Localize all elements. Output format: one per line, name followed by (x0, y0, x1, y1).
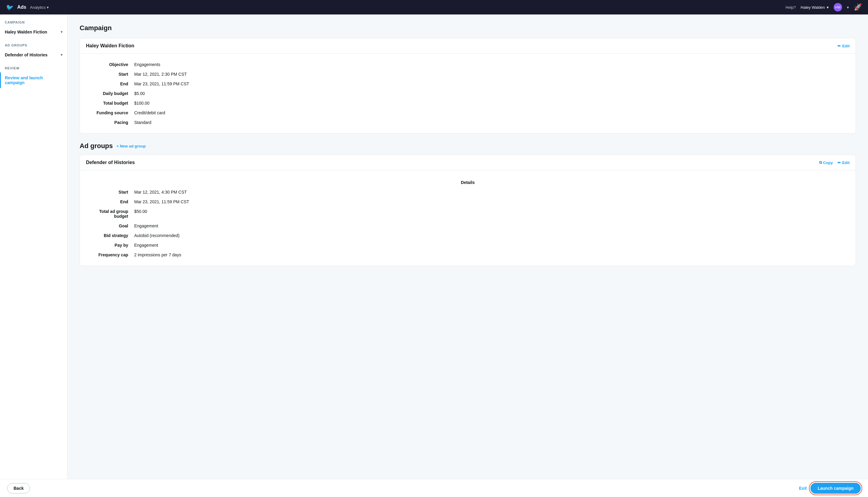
detail-label: Pay by (86, 243, 134, 247)
adgroup-copy-button[interactable]: ⧉ Copy (819, 160, 833, 165)
review-item-label: Review and launch campaign (5, 75, 62, 85)
top-navigation: 🐦 Ads Analytics ▾ Help? Haley Walden ▾ H… (0, 0, 868, 14)
copy-icon: ⧉ (819, 160, 822, 165)
adgroup-name: Defender of Histories (5, 53, 48, 57)
campaign-card-body: Objective Engagements Start Mar 12, 2021… (80, 54, 856, 133)
edit-icon: ✏ (838, 44, 841, 48)
detail-label: Start (86, 190, 134, 195)
detail-value: Engagements (134, 62, 160, 67)
adgroup-detail-row: Frequency cap 2 impressions per 7 days (86, 250, 850, 260)
detail-label: Daily budget (86, 91, 134, 96)
main-content: Campaign Haley Walden Fiction ✏ Edit Obj… (68, 14, 868, 497)
adgroup-edit-button[interactable]: ✏ Edit (838, 160, 850, 165)
launch-campaign-button[interactable]: Launch campaign (810, 483, 861, 494)
detail-value: Engagement (134, 243, 158, 247)
detail-label: Total ad group budget (86, 209, 134, 219)
detail-label: Pacing (86, 120, 134, 125)
adgroup-detail-row: Bid strategy Autobid (recommended) (86, 231, 850, 240)
nav-right: Help? Haley Walden ▾ HW ▾ 🚀 (786, 3, 862, 12)
campaign-detail-row: Pacing Standard (86, 118, 850, 127)
back-button[interactable]: Back (7, 483, 30, 493)
detail-label: Funding source (86, 110, 134, 115)
detail-value: 2 impressions per 7 days (134, 252, 181, 257)
adgroup-edit-icon: ✏ (838, 160, 841, 165)
adgroup-edit-label: Edit (842, 160, 850, 165)
detail-label: End (86, 82, 134, 86)
adgroup-copy-label: Copy (823, 160, 833, 165)
sidebar-item-review[interactable]: Review and launch campaign (0, 72, 67, 88)
campaign-card-actions: ✏ Edit (838, 44, 850, 48)
adgroup-card-header: Defender of Histories ⧉ Copy ✏ Edit (80, 155, 856, 170)
campaign-detail-row: Start Mar 12, 2021, 2:30 PM CST (86, 69, 850, 79)
detail-value: Mar 23, 2021, 11:59 PM CST (134, 82, 189, 86)
campaign-card: Haley Walden Fiction ✏ Edit Objective En… (80, 38, 856, 133)
campaign-edit-button[interactable]: ✏ Edit (838, 44, 850, 48)
adgroup-details-header: Details (86, 176, 850, 187)
adgroup-chevron-icon: ▾ (61, 53, 62, 57)
new-adgroup-button[interactable]: + New ad group (116, 144, 146, 148)
analytics-chevron-icon: ▾ (47, 5, 49, 10)
detail-label: Total budget (86, 101, 134, 105)
bottom-right-actions: Exit Launch campaign (799, 483, 861, 494)
detail-value: $100.00 (134, 101, 150, 105)
help-link[interactable]: Help? (786, 5, 796, 10)
nav-left: 🐦 Ads Analytics ▾ (6, 4, 49, 11)
user-name: Haley Walden (801, 5, 825, 10)
campaign-detail-row: Daily budget $5.00 (86, 89, 850, 98)
campaign-section-label: CAMPAIGN (0, 14, 67, 27)
twitter-logo-icon: 🐦 (6, 4, 14, 11)
campaign-detail-row: Total budget $100.00 (86, 98, 850, 108)
sidebar-item-adgroup[interactable]: Defender of Histories ▾ (0, 49, 67, 60)
adgroup-card-body: Details Start Mar 12, 2021, 4:30 PM CST … (80, 170, 856, 266)
adgroups-section-title: Ad groups (80, 142, 113, 150)
adgroups-section-header: Ad groups + New ad group (80, 142, 856, 150)
detail-label: Objective (86, 62, 134, 67)
detail-value: Standard (134, 120, 152, 125)
detail-value: $50.00 (134, 209, 147, 219)
campaign-card-header: Haley Walden Fiction ✏ Edit (80, 38, 856, 54)
detail-label: Bid strategy (86, 233, 134, 238)
sidebar-item-campaign[interactable]: Haley Walden Fiction ▾ (0, 27, 67, 38)
user-chevron-icon: ▾ (827, 5, 829, 10)
avatar-image: HW (835, 5, 841, 9)
user-menu[interactable]: Haley Walden ▾ (801, 5, 829, 10)
adgroup-card-title: Defender of Histories (86, 160, 135, 165)
detail-label: End (86, 199, 134, 204)
adgroups-section-label: AD GROUPS (0, 38, 67, 49)
review-section-label: REVIEW (0, 60, 67, 72)
detail-value: Engagement (134, 224, 158, 228)
campaign-detail-row: End Mar 23, 2021, 11:59 PM CST (86, 79, 850, 89)
campaign-section-title: Campaign (80, 24, 856, 32)
exit-button[interactable]: Exit (799, 486, 807, 491)
adgroup-detail-row: Goal Engagement (86, 221, 850, 231)
adgroup-detail-row: Start Mar 12, 2021, 4:30 PM CST (86, 187, 850, 197)
adgroup-details-list: Start Mar 12, 2021, 4:30 PM CST End Mar … (86, 187, 850, 260)
detail-label: Frequency cap (86, 252, 134, 257)
campaign-name: Haley Walden Fiction (5, 30, 47, 34)
detail-value: Mar 12, 2021, 4:30 PM CST (134, 190, 187, 195)
adgroup-card-actions: ⧉ Copy ✏ Edit (819, 160, 850, 165)
avatar[interactable]: HW (834, 3, 842, 12)
page-layout: CAMPAIGN Haley Walden Fiction ▾ AD GROUP… (0, 14, 868, 497)
campaign-detail-row: Objective Engagements (86, 60, 850, 69)
twitter-ads-icon: 🚀 (854, 3, 862, 11)
campaign-detail-row: Funding source Credit/debit card (86, 108, 850, 118)
bottom-bar: Back Exit Launch campaign (0, 479, 868, 497)
adgroup-detail-row: End Mar 23, 2021, 11:59 PM CST (86, 197, 850, 207)
detail-label: Start (86, 72, 134, 76)
analytics-label: Analytics (30, 5, 45, 10)
campaign-card-title: Haley Walden Fiction (86, 43, 134, 48)
adgroup-detail-row: Total ad group budget $50.00 (86, 207, 850, 221)
detail-value: Mar 12, 2021, 2:30 PM CST (134, 72, 187, 76)
analytics-dropdown[interactable]: Analytics ▾ (30, 5, 49, 10)
detail-value: Credit/debit card (134, 110, 165, 115)
detail-value: Mar 23, 2021, 11:59 PM CST (134, 199, 189, 204)
sidebar: CAMPAIGN Haley Walden Fiction ▾ AD GROUP… (0, 14, 68, 497)
detail-label: Goal (86, 224, 134, 228)
campaign-edit-label: Edit (842, 44, 850, 48)
adgroup-detail-row: Pay by Engagement (86, 240, 850, 250)
detail-value: Autobid (recommended) (134, 233, 180, 238)
user-chevron-icon-2: ▾ (847, 5, 849, 10)
campaign-details-list: Objective Engagements Start Mar 12, 2021… (86, 60, 850, 127)
adgroup-card: Defender of Histories ⧉ Copy ✏ Edit Deta… (80, 155, 856, 266)
